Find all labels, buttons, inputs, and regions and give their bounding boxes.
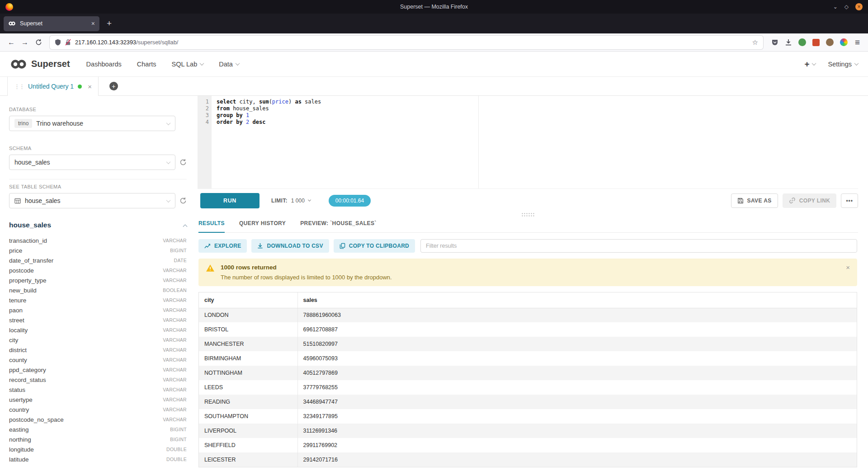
query-tab-active[interactable]: ⋮⋮ Untitled Query 1 × bbox=[7, 77, 99, 96]
table-schema-header[interactable]: house_sales bbox=[9, 221, 187, 229]
result-tab-results[interactable]: RESULTS bbox=[198, 220, 225, 233]
window-controls: ⌄ ◇ × bbox=[833, 3, 863, 10]
window-maximize-button[interactable]: ◇ bbox=[844, 4, 849, 10]
browser-tab-title: Superset bbox=[20, 20, 42, 27]
column-name: city bbox=[9, 337, 18, 344]
menu-icon[interactable]: ≡ bbox=[854, 38, 860, 47]
refresh-tables-icon[interactable] bbox=[179, 197, 187, 204]
new-tab-button[interactable]: + bbox=[104, 19, 114, 28]
superset-logo[interactable]: Superset bbox=[10, 59, 70, 69]
line-number: 1 bbox=[198, 99, 209, 105]
pane-resize-handle[interactable] bbox=[521, 212, 535, 217]
nav-item-dashboards[interactable]: Dashboards bbox=[86, 61, 122, 68]
tab-close-icon[interactable]: × bbox=[91, 20, 95, 27]
column-row-latitude[interactable]: latitudeDOUBLE bbox=[9, 454, 187, 464]
limit-dropdown[interactable]: LIMIT: 1 000 bbox=[271, 198, 311, 204]
filter-results-input[interactable] bbox=[420, 239, 857, 253]
column-name: district bbox=[9, 347, 27, 353]
table-cell: 788861960063 bbox=[297, 308, 857, 322]
extension-icon-green[interactable] bbox=[798, 38, 806, 46]
window-close-button[interactable]: × bbox=[855, 3, 863, 10]
column-name: property_type bbox=[9, 277, 47, 284]
column-row-city[interactable]: cityVARCHAR bbox=[9, 335, 187, 345]
nav-item-charts[interactable]: Charts bbox=[137, 61, 156, 68]
column-row-easting[interactable]: eastingBIGINT bbox=[9, 424, 187, 434]
downloads-icon[interactable] bbox=[785, 39, 792, 46]
editor-code[interactable]: select city, sum(price) as salesfrom hou… bbox=[212, 96, 858, 188]
column-row-status[interactable]: statusVARCHAR bbox=[9, 385, 187, 395]
database-select[interactable]: trino Trino warehouse bbox=[9, 116, 175, 131]
column-row-country[interactable]: countryVARCHAR bbox=[9, 405, 187, 414]
column-row-price[interactable]: priceBIGINT bbox=[9, 245, 187, 255]
explore-button[interactable]: EXPLORE bbox=[198, 239, 247, 253]
column-row-date-of-transfer[interactable]: date_of_transferDATE bbox=[9, 255, 187, 265]
column-name: postcode bbox=[9, 267, 34, 274]
column-row-locality[interactable]: localityVARCHAR bbox=[9, 325, 187, 335]
column-row-property-type[interactable]: property_typeVARCHAR bbox=[9, 275, 187, 285]
column-row-northing[interactable]: northingBIGINT bbox=[9, 434, 187, 444]
column-row-ppd-category[interactable]: ppd_categoryVARCHAR bbox=[9, 365, 187, 375]
column-row-longitude[interactable]: longitudeDOUBLE bbox=[9, 444, 187, 454]
column-header-city[interactable]: city bbox=[199, 292, 297, 308]
extension-icon-monkey[interactable] bbox=[826, 38, 834, 46]
table-select[interactable]: house_sales bbox=[9, 193, 175, 208]
nav-item-data[interactable]: Data bbox=[219, 61, 239, 68]
window-minimize-button[interactable]: ⌄ bbox=[833, 4, 838, 10]
drag-handle-icon[interactable]: ⋮⋮ bbox=[14, 83, 24, 90]
table-cell: LONDON bbox=[199, 308, 297, 322]
add-query-tab-button[interactable]: + bbox=[109, 82, 118, 90]
insecure-lock-icon[interactable] bbox=[65, 39, 71, 46]
column-row-usertype[interactable]: usertypeVARCHAR bbox=[9, 395, 187, 405]
result-tab-preview-house-sales[interactable]: PREVIEW: `HOUSE_SALES` bbox=[300, 220, 377, 232]
column-row-record-status[interactable]: record_statusVARCHAR bbox=[9, 375, 187, 385]
alert-close-icon[interactable]: × bbox=[846, 264, 850, 271]
refresh-schema-icon[interactable] bbox=[179, 159, 187, 166]
column-row-district[interactable]: districtVARCHAR bbox=[9, 345, 187, 355]
sql-editor[interactable]: 1234 select city, sum(price) as salesfro… bbox=[198, 96, 858, 188]
column-row-county[interactable]: countyVARCHAR bbox=[9, 355, 187, 365]
settings-menu[interactable]: Settings bbox=[828, 61, 858, 68]
column-row-postcode[interactable]: postcodeVARCHAR bbox=[9, 265, 187, 275]
table-cell: 51510820997 bbox=[297, 337, 857, 351]
copy-clipboard-button[interactable]: COPY TO CLIPBOARD bbox=[334, 239, 415, 253]
result-tabs: RESULTSQUERY HISTORYPREVIEW: `HOUSE_SALE… bbox=[198, 217, 858, 233]
column-row-postcode-no-space[interactable]: postcode_no_spaceVARCHAR bbox=[9, 414, 187, 424]
reload-icon[interactable] bbox=[32, 36, 45, 49]
schema-select[interactable]: house_sales bbox=[9, 155, 175, 170]
url-host: 217.160.120.143:32393 bbox=[75, 39, 136, 46]
column-type: VARCHAR bbox=[163, 317, 187, 323]
copy-link-button[interactable]: COPY LINK bbox=[783, 193, 837, 208]
window-titlebar: Superset — Mozilla Firefox ⌄ ◇ × bbox=[0, 0, 868, 14]
pocket-icon[interactable] bbox=[771, 39, 778, 46]
nav-item-sql-lab[interactable]: SQL Lab bbox=[172, 61, 204, 68]
query-tab-close-icon[interactable]: × bbox=[88, 83, 92, 90]
chevron-up-icon[interactable] bbox=[183, 224, 188, 229]
run-button[interactable]: RUN bbox=[200, 193, 259, 208]
rows-returned-alert: 1000 rows returned The number of rows di… bbox=[198, 259, 857, 286]
column-row-tenure[interactable]: tenureVARCHAR bbox=[9, 295, 187, 305]
browser-tab-superset[interactable]: Superset × bbox=[4, 16, 99, 31]
column-header-sales[interactable]: sales bbox=[297, 292, 857, 308]
header-right: + Settings bbox=[804, 59, 858, 69]
nav-item-label: Dashboards bbox=[86, 61, 122, 68]
column-row-new-build[interactable]: new_buildBOOLEAN bbox=[9, 285, 187, 295]
table-cell: 31126991346 bbox=[297, 424, 857, 438]
forward-icon[interactable]: → bbox=[18, 36, 32, 49]
extension-icon-ublock[interactable] bbox=[812, 39, 820, 46]
download-csv-button[interactable]: DOWNLOAD TO CSV bbox=[251, 239, 329, 253]
result-tab-query-history[interactable]: QUERY HISTORY bbox=[239, 220, 286, 232]
app-nav: DashboardsChartsSQL LabData bbox=[86, 61, 239, 68]
extension-icon-pinwheel[interactable] bbox=[840, 38, 848, 46]
new-item-button[interactable]: + bbox=[804, 59, 815, 69]
url-path: /superset/sqllab/ bbox=[136, 39, 178, 46]
back-icon[interactable]: ← bbox=[5, 36, 18, 49]
tracking-shield-icon[interactable] bbox=[55, 39, 61, 46]
column-row-transaction-id[interactable]: transaction_idVARCHAR bbox=[9, 236, 187, 245]
url-bar[interactable]: 217.160.120.143:32393/superset/sqllab/ ☆ bbox=[50, 36, 763, 49]
bookmark-star-icon[interactable]: ☆ bbox=[752, 38, 758, 47]
column-row-street[interactable]: streetVARCHAR bbox=[9, 315, 187, 325]
column-row-paon[interactable]: paonVARCHAR bbox=[9, 305, 187, 315]
more-actions-button[interactable]: ••• bbox=[841, 193, 858, 208]
table-row: LONDON788861960063 bbox=[199, 308, 857, 322]
save-as-button[interactable]: SAVE AS bbox=[731, 193, 778, 208]
